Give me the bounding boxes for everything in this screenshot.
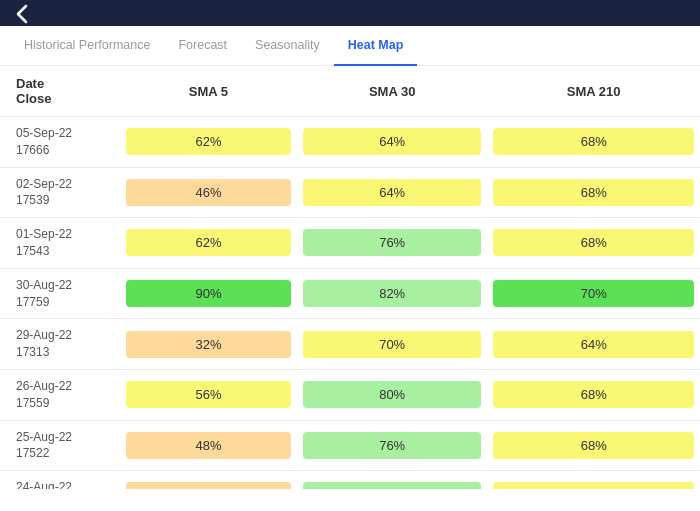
cell-sma5: 42% [120,471,297,489]
cell-sma5: 90% [120,268,297,319]
cell-date: 29-Aug-2217313 [0,319,120,370]
table-row: 01-Sep-221754362%76%68% [0,218,700,269]
cell-sma30: 64% [297,167,488,218]
cell-date: 30-Aug-2217759 [0,268,120,319]
col-header-sma30: SMA 30 [297,66,488,117]
col-header-date: Date Close [0,66,120,117]
cell-date: 01-Sep-2217543 [0,218,120,269]
tab-seasonality[interactable]: Seasonality [241,26,334,66]
cell-sma210: 68% [487,369,700,420]
cell-date: 05-Sep-2217666 [0,117,120,168]
cell-sma5: 48% [120,420,297,471]
cell-sma5: 62% [120,218,297,269]
cell-date: 25-Aug-2217522 [0,420,120,471]
header [0,0,700,26]
cell-date: 24-Aug-2217605 [0,471,120,489]
cell-sma30: 70% [297,319,488,370]
cell-sma30: 64% [297,117,488,168]
table-row: 02-Sep-221753946%64%68% [0,167,700,218]
table-row: 29-Aug-221731332%70%64% [0,319,700,370]
cell-date: 02-Sep-2217539 [0,167,120,218]
cell-sma210: 68% [487,420,700,471]
cell-sma210: 68% [487,117,700,168]
col-header-sma210: SMA 210 [487,66,700,117]
cell-sma5: 62% [120,117,297,168]
cell-sma30: 76% [297,420,488,471]
cell-date: 26-Aug-2217559 [0,369,120,420]
table-row: 26-Aug-221755956%80%68% [0,369,700,420]
tab-forecast[interactable]: Forecast [164,26,241,66]
cell-sma5: 32% [120,319,297,370]
back-button[interactable] [16,4,28,24]
cell-sma210: 68% [487,167,700,218]
col-header-sma5: SMA 5 [120,66,297,117]
cell-sma30: 80% [297,369,488,420]
heatmap-table: Date CloseSMA 5SMA 30SMA 210 05-Sep-2217… [0,66,700,489]
table-row: 24-Aug-221760542%82%68% [0,471,700,489]
table-row: 25-Aug-221752248%76%68% [0,420,700,471]
cell-sma30: 82% [297,471,488,489]
tab-historical[interactable]: Historical Performance [10,26,164,66]
table-row: 05-Sep-221766662%64%68% [0,117,700,168]
cell-sma5: 56% [120,369,297,420]
cell-sma210: 64% [487,319,700,370]
tab-bar: Historical PerformanceForecastSeasonalit… [0,26,700,66]
heatmap-table-container: Date CloseSMA 5SMA 30SMA 210 05-Sep-2217… [0,66,700,489]
tab-heatmap[interactable]: Heat Map [334,26,418,66]
cell-sma30: 76% [297,218,488,269]
cell-sma210: 68% [487,218,700,269]
table-row: 30-Aug-221775990%82%70% [0,268,700,319]
cell-sma5: 46% [120,167,297,218]
cell-sma30: 82% [297,268,488,319]
cell-sma210: 68% [487,471,700,489]
cell-sma210: 70% [487,268,700,319]
